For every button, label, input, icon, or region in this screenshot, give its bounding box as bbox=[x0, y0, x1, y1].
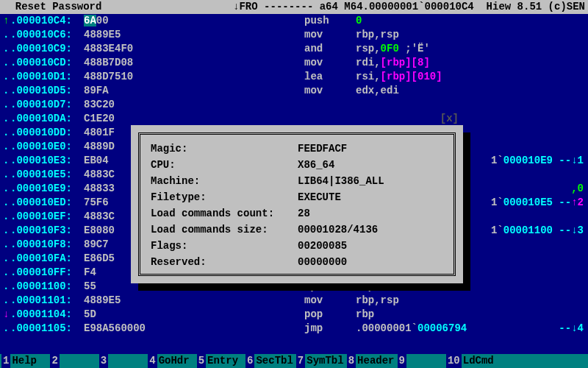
field-key: Filetype: bbox=[151, 191, 298, 207]
arrow-down-icon: ↓4 bbox=[571, 322, 584, 334]
field-value: 28 bbox=[298, 207, 310, 223]
field-value: LIB64|I386_ALL bbox=[298, 174, 384, 191]
arrow-up-icon: ↑2 bbox=[571, 197, 584, 208]
xref: 1`000010E5 --↑2 bbox=[491, 196, 584, 210]
hex-bytes: E98A560000 bbox=[84, 322, 304, 336]
address: .000010CD: bbox=[10, 56, 84, 70]
fkey-4[interactable]: 4GoHdr bbox=[148, 354, 195, 368]
hex-bytes: 4889E5 bbox=[84, 28, 304, 42]
address: .000010C9: bbox=[10, 42, 84, 56]
address: .000010E3: bbox=[10, 154, 84, 168]
address: .000010F8: bbox=[10, 238, 84, 252]
operands: rdi,[rbp][8] bbox=[356, 56, 430, 70]
mnemonic: pop bbox=[304, 308, 356, 322]
address: .000010DA: bbox=[10, 112, 84, 126]
fkey-5[interactable]: 5Entry bbox=[197, 354, 244, 368]
field-key: Flags: bbox=[151, 239, 298, 255]
fkey-7[interactable]: 7SymTbl bbox=[296, 354, 345, 368]
field-key: Magic: bbox=[151, 142, 298, 158]
address: .000010D1: bbox=[10, 70, 84, 84]
fkey-9[interactable]: 9 bbox=[398, 354, 445, 368]
hex-bytes: 89FA bbox=[84, 84, 304, 98]
hex-bytes: 83C20 bbox=[84, 98, 304, 112]
gutter-arrow-icon: ↓ bbox=[3, 308, 10, 322]
xref: ,0 bbox=[571, 182, 584, 196]
address: .000010D5: bbox=[10, 84, 84, 98]
asm-row[interactable]: ..000010D7:83C20 bbox=[3, 98, 585, 112]
close-icon[interactable]: [x] bbox=[440, 112, 459, 126]
mnemonic: lea bbox=[304, 70, 356, 84]
address: .000010E9: bbox=[10, 182, 84, 196]
asm-row[interactable]: ..000010C6:4889E5movrbp,rsp bbox=[3, 28, 585, 42]
fkey-3[interactable]: 3 bbox=[99, 354, 146, 368]
operands: rbp bbox=[356, 308, 374, 322]
asm-row[interactable]: ..000010CD:488B7D08movrdi,[rbp][8] bbox=[3, 56, 585, 70]
operands: rbp,rsp bbox=[356, 28, 399, 42]
address: .000010EF: bbox=[10, 210, 84, 224]
field-key: Load commands size: bbox=[151, 223, 298, 239]
hex-bytes: 488B7D08 bbox=[84, 56, 304, 70]
operands: .00000001`00006794 bbox=[356, 322, 467, 336]
field-value: FEEDFACF bbox=[298, 142, 347, 158]
address: .000010C4: bbox=[10, 14, 84, 28]
mnemonic: mov bbox=[304, 28, 356, 42]
address: .00001100: bbox=[10, 280, 84, 294]
dialog-field: Flags:00200085 bbox=[151, 239, 443, 255]
fkey-1[interactable]: 1Help bbox=[1, 354, 49, 368]
field-key: Machine: bbox=[151, 174, 298, 191]
address: .000010DD: bbox=[10, 126, 84, 140]
address: .000010C6: bbox=[10, 28, 84, 42]
dialog-field: CPU:X86_64 bbox=[151, 158, 443, 174]
xref: 1`00001100 --↓3 bbox=[491, 224, 584, 238]
hex-bytes: 488D7510 bbox=[84, 70, 304, 84]
mnemonic: and bbox=[304, 42, 356, 56]
fkey-6[interactable]: 6SecTbl bbox=[245, 354, 295, 368]
operands: rbp,rsp bbox=[356, 294, 399, 308]
gutter-arrow-icon: ↑ bbox=[3, 14, 10, 28]
field-value: X86_64 bbox=[298, 158, 334, 174]
dialog-body: Magic:FEEDFACFCPU:X86_64Machine:LIB64|I3… bbox=[138, 132, 456, 276]
field-value: 00200085 bbox=[298, 239, 347, 255]
fkey-2[interactable]: 2 bbox=[50, 354, 97, 368]
operands: rsi,[rbp][010] bbox=[356, 70, 442, 84]
address: .00001101: bbox=[10, 294, 84, 308]
mnemonic: mov bbox=[304, 294, 356, 308]
dialog-field: Reserved:00000000 bbox=[151, 255, 443, 272]
asm-row[interactable]: ..00001101:4889E5movrbp,rsp bbox=[3, 294, 585, 308]
mnemonic: mov bbox=[304, 56, 356, 70]
asm-row[interactable]: ..000010D5:89FAmovedx,edi bbox=[3, 84, 585, 98]
arrow-down-icon: ↓1 bbox=[571, 155, 584, 166]
field-key: Load commands count: bbox=[151, 207, 298, 223]
field-key: Reserved: bbox=[151, 255, 298, 272]
mode-label: FRO bbox=[239, 0, 257, 14]
mnemonic: mov bbox=[304, 84, 356, 98]
dialog-field: Filetype:EXECUTE bbox=[151, 191, 443, 207]
address: .000010FA: bbox=[10, 252, 84, 266]
fkey-8[interactable]: 8Header bbox=[347, 354, 396, 368]
field-value: EXECUTE bbox=[298, 191, 341, 207]
hex-bytes: 4889E5 bbox=[84, 294, 304, 308]
asm-row[interactable]: ↑.000010C4:6A00push0 bbox=[3, 14, 585, 28]
arrow-down-icon: ↓3 bbox=[571, 224, 584, 236]
asm-row[interactable]: ..000010D1:488D7510learsi,[rbp][010] bbox=[3, 70, 585, 84]
address: .000010FF: bbox=[10, 266, 84, 280]
header-dialog: [x] Magic:FEEDFACFCPU:X86_64Machine:LIB6… bbox=[131, 125, 463, 283]
field-value: 00001028/4136 bbox=[298, 223, 378, 239]
dialog-field: Magic:FEEDFACF bbox=[151, 142, 443, 158]
field-key: CPU: bbox=[151, 158, 298, 174]
title-bar: Reset Password ↓ FRO -------- a64 M64.00… bbox=[0, 0, 588, 14]
dashes: -------- bbox=[264, 0, 313, 14]
hex-bytes: 6A00 bbox=[84, 14, 304, 28]
address: .000010E5: bbox=[10, 168, 84, 182]
address: .000010E0: bbox=[10, 140, 84, 154]
asm-row[interactable]: ..000010DA:C1E20 bbox=[3, 112, 585, 126]
asm-row[interactable]: ↓.00001104:5Dpoprbp bbox=[3, 308, 585, 322]
asm-row[interactable]: ..00001105:E98A560000jmp.00000001`000067… bbox=[3, 322, 585, 336]
dialog-field: Load commands count:28 bbox=[151, 207, 443, 223]
arch-label: a64 M64.00000001`000010C4 bbox=[320, 0, 474, 14]
operands: rsp,0F0 ;'Ë' bbox=[356, 42, 430, 56]
dialog-field: Load commands size:00001028/4136 bbox=[151, 223, 443, 239]
asm-row[interactable]: ..000010C9:4883E4F0andrsp,0F0 ;'Ë' bbox=[3, 42, 585, 56]
field-value: 00000000 bbox=[298, 255, 347, 272]
fkey-10[interactable]: 10LdCmd bbox=[446, 354, 500, 368]
